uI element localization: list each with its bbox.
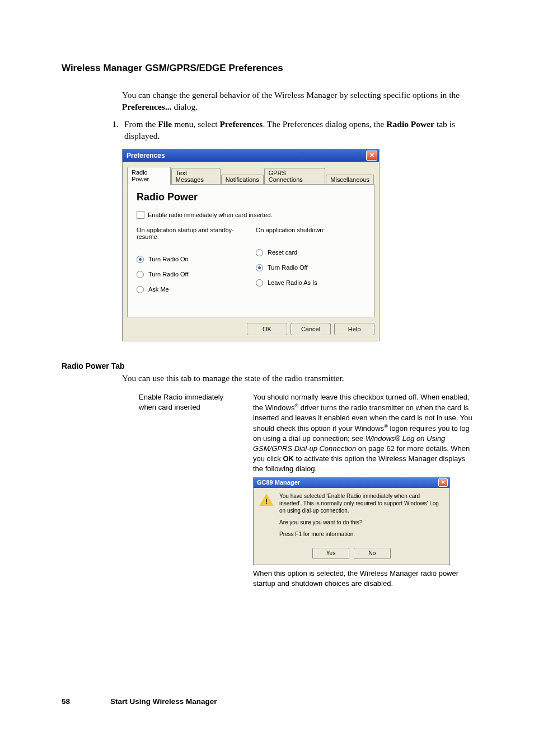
tab-strip: Radio Power Text Messages Notifications … (127, 167, 374, 185)
close-icon[interactable]: ✕ (438, 478, 448, 487)
dialog-titlebar: Preferences ✕ (123, 149, 379, 162)
definition-description: You should normally leave this checkbox … (253, 392, 472, 589)
page-number: 58 (62, 697, 70, 706)
radio-reset-card-label: Reset card (268, 249, 297, 256)
intro-paragraph: You can change the general behavior of t… (122, 90, 472, 113)
tab-gprs-connections[interactable]: GPRS Connections (264, 168, 326, 185)
step-1: From the File menu, select Preferences. … (121, 119, 472, 142)
radio-turn-off-startup[interactable] (137, 271, 144, 278)
close-icon[interactable]: ✕ (366, 151, 377, 161)
confirm-text: You have selected 'Enable Radio immediat… (279, 492, 444, 542)
intro-text-c: dialog. (172, 102, 198, 111)
definition-followup: When this option is selected, the Wirele… (253, 569, 458, 588)
tab-radio-power[interactable]: Radio Power (127, 167, 171, 185)
panel-heading: Radio Power (137, 191, 365, 203)
intro-text-b: Preferences... (122, 102, 172, 111)
intro-text-a: You can change the general behavior of t… (122, 90, 460, 100)
radio-turn-on[interactable] (137, 256, 144, 263)
radio-turn-off-shutdown-label: Turn Radio Off (268, 264, 308, 271)
enable-radio-label: Enable radio immediately when card inser… (148, 212, 273, 218)
tab-notifications[interactable]: Notifications (221, 175, 264, 185)
radio-turn-off-shutdown[interactable] (256, 264, 263, 271)
yes-button[interactable]: Yes (312, 548, 349, 559)
confirmation-dialog: GC89 Manager ✕ You have selected 'Enable… (253, 477, 450, 565)
confirm-title: GC89 Manager (257, 478, 300, 487)
shutdown-label: On application shutdown: (256, 227, 365, 233)
tab-text-messages[interactable]: Text Messages (171, 168, 221, 185)
warning-icon (259, 494, 274, 507)
definition-term: Enable Radio immediately when card inser… (139, 392, 237, 589)
page-heading: Wireless Manager GSM/GPRS/EDGE Preferenc… (62, 63, 472, 74)
enable-radio-checkbox[interactable] (137, 211, 144, 219)
radio-turn-on-label: Turn Radio On (148, 256, 189, 262)
step-list: From the File menu, select Preferences. … (62, 119, 472, 142)
radio-power-tab-heading: Radio Power Tab (62, 361, 472, 370)
no-button[interactable]: No (354, 548, 391, 559)
radio-leave-as-is-label: Leave Radio As Is (268, 279, 317, 286)
radio-ask-me[interactable] (137, 286, 144, 293)
radio-leave-as-is[interactable] (256, 279, 263, 287)
section-title: Start Using Wireless Manager (110, 697, 217, 706)
tab-miscellaneous[interactable]: Miscellaneous (326, 175, 374, 185)
confirm-titlebar: GC89 Manager ✕ (254, 478, 449, 488)
radio-power-tab-intro: You can use this tab to manage the state… (122, 373, 472, 384)
tab-panel: Radio Power Enable radio immediately whe… (127, 184, 374, 317)
preferences-dialog: Preferences ✕ Radio Power Text Messages … (122, 149, 380, 341)
help-button[interactable]: Help (334, 323, 374, 335)
startup-label: On application startup and standby-resum… (137, 227, 246, 240)
radio-reset-card[interactable] (256, 249, 263, 256)
radio-turn-off-startup-label: Turn Radio Off (148, 271, 189, 278)
cancel-button[interactable]: Cancel (291, 323, 331, 335)
radio-ask-me-label: Ask Me (148, 286, 169, 293)
page-footer: 58 Start Using Wireless Manager (62, 697, 217, 706)
dialog-title: Preferences (127, 152, 165, 159)
ok-button[interactable]: OK (247, 323, 287, 335)
